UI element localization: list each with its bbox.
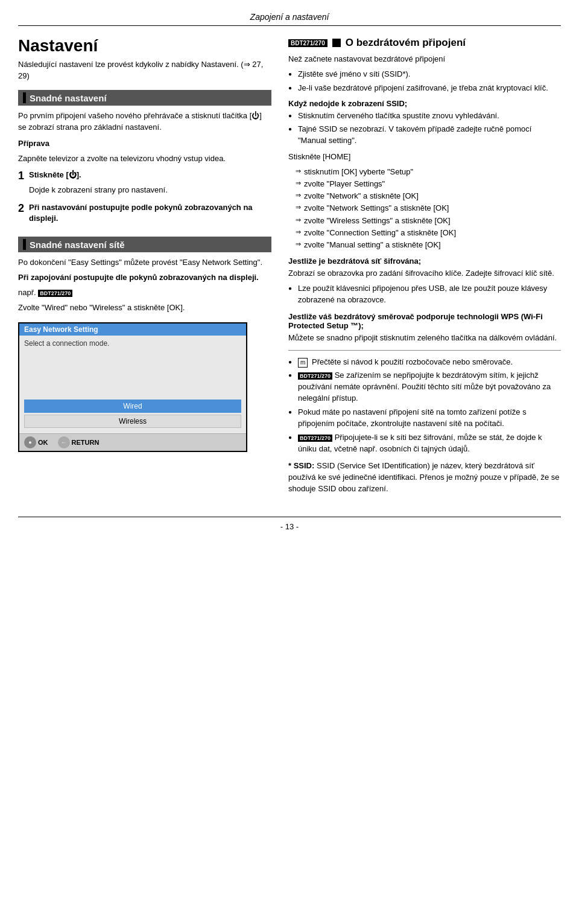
snadne-site-para1: Po dokončení "Easy Settings" můžete prov… [18,257,271,269]
ssid-step-7: zvolte "Manual setting" a stiskněte [OK] [296,240,561,250]
right-badge: BDT271/270 [288,39,327,47]
step-2-text: Při nastavování postupujte podle pokynů … [29,203,253,223]
notes-list: m Přečtěte si návod k použití rozbočovač… [288,357,561,455]
snadne-nastaveni-section: Snadné nastavení Po prvním připojení vaš… [18,90,271,228]
ssid-subsection-title: Když nedojde k zobrazení SSID; [288,99,561,108]
ens-body: Select a connection mode. Wired Wireless [19,336,246,433]
bullet-item-ssid: Zjistěte své jméno v síti (SSID*). [288,69,561,80]
right-section-title: O bezdrátovém připojení [346,37,466,49]
right-section-header: BDT271/270 O bezdrátovém připojení [288,37,561,49]
black-square-icon [332,39,341,47]
snadne-nastaveni-header: Snadné nastavení [18,90,271,106]
ens-ok-btn[interactable]: ● OK [24,436,48,448]
note-4-text: Připojujete-li se k síti bez šifrování, … [298,433,542,453]
note-1-text: Přečtěte si návod k použití rozbočovače … [312,357,513,366]
left-column: Nastavení Následující nastavení lze prov… [18,37,271,499]
step-1-sub: Dojde k zobrazení strany pro nastavení. [29,185,271,196]
ssid-footnote: * SSID: SSID (Service Set IDentification… [288,460,561,495]
note-icon-1: m [298,358,308,368]
ssid-step-3: zvolte "Network" a stiskněte [OK] [296,191,561,202]
step-1-number: 1 [18,170,24,182]
return-circle: ← [58,436,70,448]
ssid-bullet-1: Stisknutím červeného tlačítka spustíte z… [288,110,561,122]
ssid-bullet-2: Tajné SSID se nezobrazí. V takovém přípa… [288,124,561,147]
priprava-text: Zapněte televizor a zvolte na televizoru… [18,153,271,165]
ssid-step-2: zvolte "Player Settings" [296,179,561,190]
snadne-nastaveni-title: Snadné nastavení [30,93,107,103]
snadne-site-para2: Při zapojování postupujte dle pokynů zob… [18,272,271,284]
steps-intro: Stiskněte [HOME] [288,151,561,163]
ens-footer: ● OK ← RETURN [19,433,246,451]
wps-title: Jestliže váš bezdrátový směrovač podporu… [288,312,561,330]
ssid-step-5: zvolte "Wireless Settings" a stiskněte [… [296,215,561,226]
ssid-footnote-content: SSID (Service Set IDentification) je náz… [288,461,559,493]
priprava-label: Příprava [18,139,49,148]
step-2-row: 2 Při nastavování postupujte podle pokyn… [18,202,271,229]
page-container: Zapojení a nastavení Nastavení Následují… [0,0,579,924]
ssid-footnote-text: * SSID: SSID (Service Set IDentification… [288,460,561,495]
divider [288,350,561,351]
return-label: RETURN [72,439,100,446]
ens-select-text: Select a connection mode. [24,339,241,348]
ens-option-wireless[interactable]: Wireless [24,415,241,428]
ens-spacer [24,351,241,400]
ens-option-wired[interactable]: Wired [24,400,241,413]
ens-title-bar: Easy Network Setting [19,323,246,336]
note-2-text: Se zařízením se nepřipojujte k bezdrátov… [298,371,551,403]
sifrovana-bullets: Lze použít klávesnici připojenou přes US… [288,283,561,306]
ssid-steps: stisknutím [OK] vyberte "Setup" zvolte "… [288,167,561,250]
ssid-step-1: stisknutím [OK] vyberte "Setup" [296,167,561,177]
note-1: m Přečtěte si návod k použití rozbočovač… [288,357,561,368]
step-2-content: Při nastavování postupujte podle pokynů … [29,202,271,229]
note-2: BDT271/270 Se zařízením se nepřipojujte … [288,370,561,404]
right-bullets1: Zjistěte své jméno v síti (SSID*). Je-li… [288,69,561,94]
page-number: - 13 - [18,517,561,531]
sifrovana-text: Zobrazí se obrazovka pro zadání šifrovac… [288,268,561,279]
page-title: Zapojení a nastavení [18,12,561,26]
note-4-badge: BDT271/270 [298,435,332,442]
two-column-layout: Nastavení Následující nastavení lze prov… [18,37,561,499]
wps-text: Můžete se snadno připojit stisknutím zel… [288,333,561,344]
step-1-content: Stiskněte [⏻]. Dojde k zobrazení strany … [29,170,271,200]
page-title-text: Zapojení a nastavení [250,12,329,22]
bullet-item-key: Je-li vaše bezdrátové připojení zašifrov… [288,83,561,94]
steps-intro-text: Stiskněte [HOME] [288,152,350,161]
ssid-footnote-label: * SSID: [288,461,314,470]
snadne-para1: Po prvním připojení vašeho nového přehrá… [18,110,271,133]
snadne-site-title: Snadné nastavení sítě [30,240,125,250]
snadne-site-header: Snadné nastavení sítě [18,237,271,252]
note-2-badge: BDT271/270 [298,372,332,380]
step-1-text: Stiskněte [⏻]. [29,170,81,179]
easy-network-setting-box: Easy Network Setting Select a connection… [18,322,247,452]
note-4: BDT271/270 Připojujete-li se k síti bez … [288,432,561,455]
step-1-row: 1 Stiskněte [⏻]. Dojde k zobrazení stran… [18,170,271,200]
ok-label: OK [38,439,48,446]
subtitle-text: Následující nastavení lze provést kdykol… [18,59,271,82]
main-heading: Nastavení [18,37,271,56]
ssid-step-4: zvolte "Network Settings" a stiskněte [O… [296,203,561,214]
sifrovana-bullet-1: Lze použít klávesnici připojenou přes US… [288,283,561,306]
header-bar-2 [23,239,26,250]
notes-section: m Přečtěte si návod k použití rozbočovač… [288,357,561,455]
ssid-step-6: zvolte "Connection Setting" a stiskněte … [296,228,561,238]
ok-circle: ● [24,436,36,448]
header-bar [23,92,26,103]
right-intro: Než začnete nastavovat bezdrátové připoj… [288,54,561,65]
note-3: Pokud máte po nastavení připojení sítě n… [288,407,561,430]
sifrovana-title: Jestliže je bezdrátová síť šifrována; [288,256,561,266]
napr-badge: BDT271/270 [38,290,72,297]
snadne-site-section: Snadné nastavení sítě Po dokončení "Easy… [18,237,271,451]
right-column: BDT271/270 O bezdrátovém připojení Než z… [288,37,561,499]
ens-return-btn[interactable]: ← RETURN [58,436,100,448]
note-3-text: Pokud máte po nastavení připojení sítě n… [298,407,527,428]
ssid-bullets: Stisknutím červeného tlačítka spustíte z… [288,110,561,147]
step-2-number: 2 [18,202,24,215]
napr-line: např. BDT271/270 [18,287,271,299]
napr-label: např. [18,288,36,297]
napr-text: Zvolte "Wired" nebo "Wireless" a stiskně… [18,302,271,314]
